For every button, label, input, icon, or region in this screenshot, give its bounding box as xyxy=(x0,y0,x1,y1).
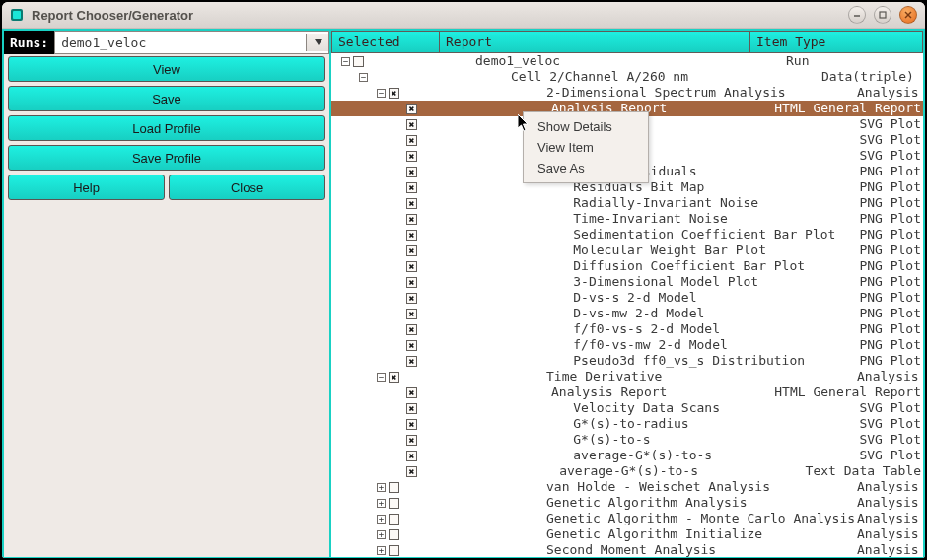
tree-row[interactable]: −✖Time DerivativeAnalysis xyxy=(331,369,923,385)
tree-checkbox[interactable]: ✖ xyxy=(406,419,417,430)
tree-checkbox[interactable]: ✖ xyxy=(406,435,417,446)
collapse-icon[interactable]: − xyxy=(359,73,368,82)
titlebar[interactable]: Report Chooser/Generator xyxy=(2,2,925,29)
tree-type-label: PNG Plot xyxy=(859,337,921,353)
save-button[interactable]: Save xyxy=(8,86,325,111)
tree-checkbox[interactable] xyxy=(389,514,399,525)
tree-checkbox[interactable]: ✖ xyxy=(406,135,417,146)
tree-checkbox[interactable]: ✖ xyxy=(406,104,417,114)
tree-checkbox[interactable]: ✖ xyxy=(406,261,417,272)
tree-type-cell: SVG Plot xyxy=(859,448,921,463)
tree-row[interactable]: +Genetic Algorithm AnalysisAnalysis xyxy=(331,495,923,511)
tree-row[interactable]: ✖average-G*(s)-to-sSVG Plot xyxy=(331,448,923,463)
tree-row[interactable]: −demo1_velocRun xyxy=(331,53,923,69)
tree-report-label: 2-Dimensional Spectrum Analysis xyxy=(546,85,786,101)
tree-checkbox[interactable]: ✖ xyxy=(406,403,417,414)
tree-row[interactable]: ✖D-vs-s 2-d ModelPNG Plot xyxy=(331,290,923,306)
tree-checkbox[interactable]: ✖ xyxy=(406,198,417,209)
tree-checkbox[interactable]: ✖ xyxy=(406,182,417,193)
tree-sel-cell: + xyxy=(333,479,485,495)
save-profile-button[interactable]: Save Profile xyxy=(8,145,325,171)
runs-select[interactable]: demo1_veloc xyxy=(54,31,329,54)
tree-row[interactable]: ✖f/f0-vs-s 2-d ModelPNG Plot xyxy=(331,321,923,337)
window-controls xyxy=(848,6,917,24)
tree-checkbox[interactable]: ✖ xyxy=(406,309,417,319)
tree-row[interactable]: +van Holde - Weischet AnalysisAnalysis xyxy=(331,479,923,495)
tree-type-label: SVG Plot xyxy=(859,448,921,463)
close-button[interactable]: Close xyxy=(169,175,325,200)
expand-icon[interactable]: + xyxy=(377,530,386,539)
menu-save-as[interactable]: Save As xyxy=(524,158,648,178)
tree-checkbox[interactable]: ✖ xyxy=(406,119,417,130)
tree-checkbox[interactable] xyxy=(389,482,399,493)
tree-checkbox[interactable]: ✖ xyxy=(406,324,417,335)
tree-checkbox[interactable]: ✖ xyxy=(406,230,417,241)
tree-checkbox[interactable] xyxy=(353,56,364,67)
menu-view-item[interactable]: View Item xyxy=(524,137,648,158)
collapse-icon[interactable]: − xyxy=(377,373,386,382)
tree-sel-cell: ✖ xyxy=(333,463,480,479)
tree-checkbox[interactable]: ✖ xyxy=(406,356,417,367)
tree-row[interactable]: ✖G*(s)-to-radiusSVG Plot xyxy=(331,416,923,432)
tree-row[interactable]: ✖Diffusion Coefficient Bar PlotPNG Plot xyxy=(331,258,923,274)
tree-row[interactable]: ✖Sedimentation Coefficient Bar PlotPNG P… xyxy=(331,227,923,243)
header-selected[interactable]: Selected xyxy=(331,31,440,53)
tree-row[interactable]: +Second Moment AnalysisAnalysis xyxy=(331,542,923,557)
tree-row[interactable]: ✖Time-Invariant NoisePNG Plot xyxy=(331,211,923,227)
tree-sel-cell: −✖ xyxy=(333,85,485,101)
tree-checkbox[interactable]: ✖ xyxy=(406,167,417,177)
minimize-button[interactable] xyxy=(848,6,866,24)
tree-row[interactable]: ✖Molecular Weight Bar PlotPNG Plot xyxy=(331,243,923,258)
view-button[interactable]: View xyxy=(8,56,325,82)
tree-checkbox[interactable]: ✖ xyxy=(406,214,417,225)
tree-checkbox[interactable]: ✖ xyxy=(406,293,417,304)
tree-row[interactable]: +Genetic Algorithm InitializeAnalysis xyxy=(331,526,923,542)
tree-checkbox[interactable]: ✖ xyxy=(406,466,417,477)
tree-type-cell: PNG Plot xyxy=(859,258,921,274)
collapse-icon[interactable]: − xyxy=(377,89,386,98)
tree-sel-cell: ✖ xyxy=(333,164,494,179)
tree-checkbox[interactable]: ✖ xyxy=(406,151,417,162)
maximize-button[interactable] xyxy=(874,6,891,24)
tree-type-cell: SVG Plot xyxy=(859,116,921,132)
tree-row[interactable]: ✖G*(s)-to-sSVG Plot xyxy=(331,432,923,448)
tree-type-label: PNG Plot xyxy=(859,164,921,179)
tree-row[interactable]: −✖2-Dimensional Spectrum AnalysisAnalysi… xyxy=(331,85,923,101)
tree-row[interactable]: ✖Pseudo3d ff0_vs_s DistributionPNG Plot xyxy=(331,353,923,369)
tree-checkbox[interactable]: ✖ xyxy=(406,387,417,398)
help-button[interactable]: Help xyxy=(8,175,165,200)
expand-icon[interactable]: + xyxy=(377,483,386,492)
tree-row[interactable]: ✖D-vs-mw 2-d ModelPNG Plot xyxy=(331,306,923,321)
tree-checkbox[interactable]: ✖ xyxy=(406,340,417,351)
tree-checkbox[interactable] xyxy=(389,529,399,540)
tree-checkbox[interactable]: ✖ xyxy=(406,245,417,256)
svg-rect-1 xyxy=(13,11,21,19)
expand-icon[interactable]: + xyxy=(377,499,386,508)
menu-show-details[interactable]: Show Details xyxy=(524,116,648,137)
tree-checkbox[interactable]: ✖ xyxy=(406,451,417,461)
tree-checkbox[interactable] xyxy=(389,545,399,556)
collapse-icon[interactable]: − xyxy=(341,57,350,66)
tree-row[interactable]: ✖f/f0-vs-mw 2-d ModelPNG Plot xyxy=(331,337,923,353)
close-window-button[interactable] xyxy=(899,6,917,24)
tree-row[interactable]: ✖average-G*(s)-to-sText Data Table xyxy=(331,463,923,479)
tree-row[interactable]: +Genetic Algorithm - Monte Carlo Analysi… xyxy=(331,511,923,526)
tree-row[interactable]: ✖Analysis ReportHTML General Report xyxy=(331,385,923,400)
tree-row[interactable]: ✖Velocity Data ScansSVG Plot xyxy=(331,400,923,416)
tree-report-cell: average-G*(s)-to-s xyxy=(494,448,859,463)
tree-checkbox[interactable]: ✖ xyxy=(406,277,417,288)
expand-icon[interactable]: + xyxy=(377,546,386,555)
tree-checkbox[interactable]: ✖ xyxy=(389,372,399,383)
tree-type-label: PNG Plot xyxy=(859,290,921,306)
tree-row[interactable]: −Cell 2/Channel A/260 nmData(triple) xyxy=(331,69,923,85)
load-profile-button[interactable]: Load Profile xyxy=(8,115,325,141)
tree-checkbox[interactable]: ✖ xyxy=(389,88,399,99)
tree-report-cell: Second Moment Analysis xyxy=(485,542,857,557)
tree-row[interactable]: ✖3-Dimensional Model PlotPNG Plot xyxy=(331,274,923,290)
tree-checkbox[interactable] xyxy=(389,498,399,509)
expand-icon[interactable]: + xyxy=(377,515,386,524)
tree-row[interactable]: ✖Radially-Invariant NoisePNG Plot xyxy=(331,195,923,211)
header-report[interactable]: Report xyxy=(440,31,750,53)
svg-marker-6 xyxy=(315,39,322,45)
header-item-type[interactable]: Item Type xyxy=(750,31,923,53)
